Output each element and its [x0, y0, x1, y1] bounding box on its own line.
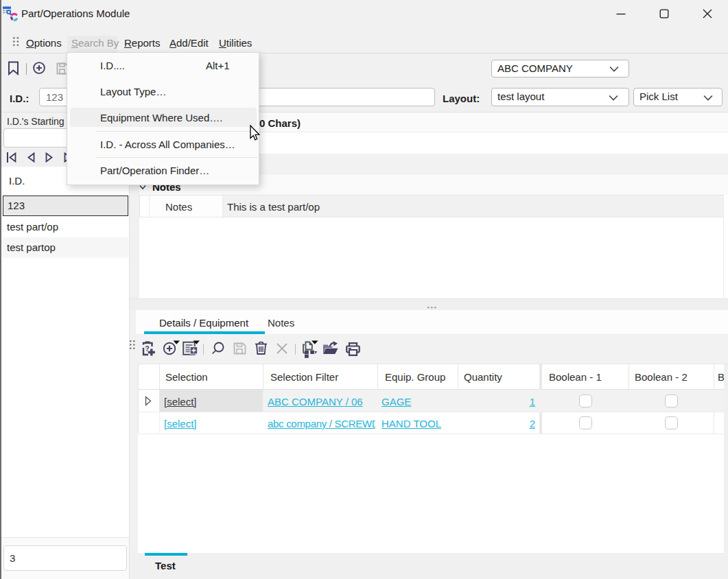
svg-text:?: ?	[145, 344, 149, 353]
